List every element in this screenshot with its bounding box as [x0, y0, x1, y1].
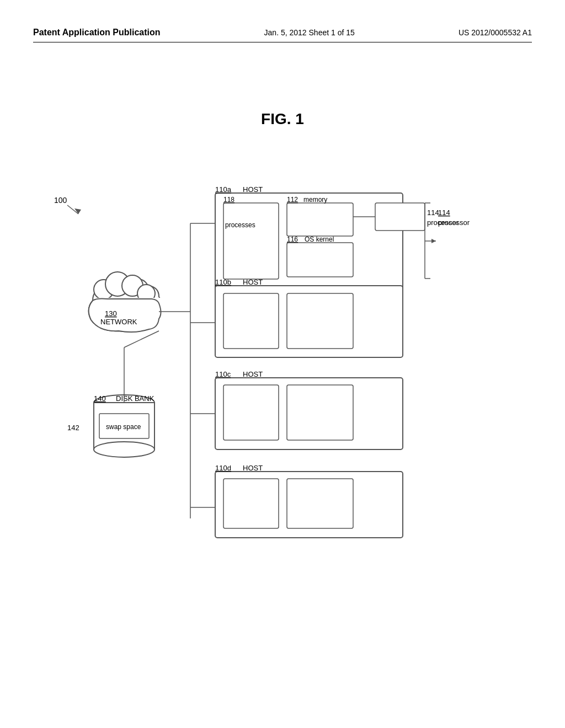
mem-ref: 112: [287, 196, 298, 204]
proc-ref-114: 114: [427, 208, 439, 217]
svg-line-18: [124, 331, 159, 347]
network-ref: 130: [105, 309, 117, 318]
host-c-label: HOST: [243, 370, 263, 378]
host-a-ref: 110a: [215, 185, 232, 194]
sheet-info: Jan. 5, 2012 Sheet 1 of 15: [264, 28, 355, 37]
proc-ref-label: 114: [438, 208, 450, 217]
diagram-svg: 100 130 NETWORK swap space: [33, 143, 532, 574]
svg-rect-35: [287, 385, 353, 440]
svg-rect-34: [223, 385, 279, 440]
proc-label: processes: [225, 221, 255, 229]
svg-rect-21: [287, 203, 353, 236]
host-b: 110b HOST: [215, 278, 403, 357]
swap-space-label: swap space: [106, 423, 141, 431]
swap-ref: 142: [67, 424, 79, 432]
kernel-label: OS kernel: [305, 235, 334, 243]
svg-rect-31: [223, 293, 279, 349]
figure-title: FIG. 1: [261, 110, 304, 128]
disk-bank: swap space: [94, 395, 154, 457]
svg-rect-37: [223, 479, 279, 528]
ref-100-label: 100: [54, 196, 67, 205]
host-d: 110d HOST: [215, 464, 403, 538]
kernel-ref: 116: [287, 235, 298, 243]
host-c: 110c HOST: [215, 370, 403, 449]
network-label: NETWORK: [100, 318, 137, 326]
host-d-ref: 110d: [215, 464, 231, 472]
host-b-ref: 110b: [215, 278, 231, 286]
disk-bank-label: DISK BANK: [116, 394, 154, 403]
host-c-ref: 110c: [215, 370, 231, 378]
svg-rect-23: [375, 203, 425, 231]
mem-label: memory: [303, 196, 327, 204]
svg-point-9: [94, 442, 154, 457]
svg-rect-20: [223, 203, 279, 279]
svg-rect-32: [287, 293, 353, 349]
svg-rect-22: [287, 243, 353, 277]
disk-bank-ref: 140: [94, 394, 106, 403]
host-d-label: HOST: [243, 464, 263, 472]
svg-marker-29: [431, 239, 436, 243]
host-a-label: HOST: [243, 185, 263, 194]
host-b-label: HOST: [243, 278, 263, 286]
patent-number: US 2012/0005532 A1: [459, 28, 532, 37]
svg-rect-38: [287, 479, 353, 528]
proc-ref: 118: [223, 196, 234, 204]
host-a: 110a HOST 118 processes 112 memory 116 O…: [215, 185, 470, 290]
publication-label: Patent Application Publication: [33, 28, 161, 38]
page-header: Patent Application Publication Jan. 5, 2…: [33, 28, 532, 42]
proc-name-label: processor: [438, 218, 470, 227]
